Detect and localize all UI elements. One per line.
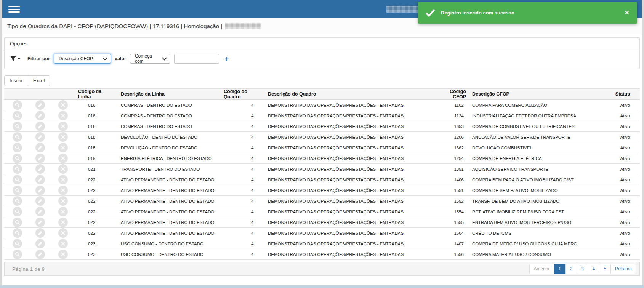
page-button-5[interactable]: 5 (599, 264, 611, 274)
view-row-button[interactable] (13, 122, 22, 131)
view-row-button[interactable] (13, 250, 22, 259)
view-row-button[interactable] (13, 143, 22, 152)
page-button-3[interactable]: 3 (577, 264, 588, 274)
status-cell: Ativo (588, 196, 640, 206)
edit-row-button[interactable] (35, 111, 45, 120)
view-row-button[interactable] (13, 207, 22, 216)
edit-row-button[interactable] (35, 250, 45, 259)
table-row: 023 USO CONSUMO - DENTRO DO ESTADO 4 DEM… (4, 249, 640, 260)
descricao-quadro-cell: DEMONSTRATIVO DAS OPERAÇÕES/PRESTAÇÕES -… (265, 110, 439, 121)
close-icon (61, 113, 66, 118)
delete-row-button[interactable] (58, 250, 68, 259)
view-row-button[interactable] (13, 175, 22, 184)
pencil-icon (37, 209, 43, 214)
pencil-icon (37, 145, 43, 150)
delete-row-button[interactable] (58, 154, 68, 163)
col-status: Status (588, 89, 640, 100)
codigo-cfop-cell: 1556 (439, 249, 469, 260)
filter-operator-select[interactable]: Começa com (130, 54, 170, 64)
edit-row-button[interactable] (35, 218, 45, 227)
delete-row-button[interactable] (58, 186, 68, 195)
view-row-button[interactable] (13, 228, 22, 238)
page-button-4[interactable]: 4 (588, 264, 600, 274)
descricao-quadro-cell: DEMONSTRATIVO DAS OPERAÇÕES/PRESTAÇÕES -… (265, 217, 439, 228)
descricao-linha-cell: TRANSPORTE - DENTRO DO ESTADO (118, 164, 221, 174)
view-row-button[interactable] (13, 186, 22, 195)
next-page-button[interactable]: Próxima (610, 264, 636, 274)
previous-page-button[interactable]: Anterior (529, 264, 554, 274)
descricao-cfop-cell: ENTRADA BEM ATIVO IMOB TERCEIROS P/USO (469, 217, 588, 228)
actions-header (4, 89, 27, 100)
edit-row-button[interactable] (35, 100, 45, 110)
delete-row-button[interactable] (58, 239, 68, 248)
toast-close-icon[interactable]: ✕ (625, 10, 630, 16)
descricao-cfop-cell: DEVOLUÇÃO COMBUSTIVEL (469, 142, 588, 153)
filter-value-input[interactable] (174, 54, 219, 64)
view-row-button[interactable] (13, 239, 22, 248)
magnifier-icon (14, 241, 21, 247)
close-icon (61, 156, 66, 161)
view-row-button[interactable] (13, 132, 22, 142)
view-row-button[interactable] (13, 218, 22, 227)
view-row-button[interactable] (13, 100, 22, 110)
close-icon (61, 230, 66, 235)
table-row: 022 ATIVO PERMANENTE - DENTRO DO ESTADO … (4, 217, 640, 228)
edit-row-button[interactable] (35, 132, 45, 142)
edit-row-button[interactable] (35, 228, 45, 238)
magnifier-icon (14, 187, 21, 194)
codigo-cfop-cell: 1653 (439, 121, 469, 132)
close-icon (61, 102, 66, 107)
delete-row-button[interactable] (58, 111, 68, 120)
delete-row-button[interactable] (58, 175, 68, 184)
delete-row-button[interactable] (58, 164, 68, 174)
descricao-linha-cell: USO CONSUMO - DENTRO DO ESTADO (118, 238, 221, 249)
delete-row-button[interactable] (58, 196, 68, 206)
edit-row-button[interactable] (35, 164, 45, 174)
table-row: 016 COMPRAS - DENTRO DO ESTADO 4 DEMONST… (4, 110, 640, 121)
page-button-1[interactable]: 1 (554, 264, 566, 274)
delete-row-button[interactable] (58, 218, 68, 227)
descricao-linha-cell: ATIVO PERMANENTE - DENTRO DO ESTADO (118, 217, 221, 228)
magnifier-icon (14, 209, 21, 215)
filter-funnel-button[interactable] (10, 56, 21, 62)
redacted-username (386, 6, 418, 13)
descricao-cfop-cell: TRANSF. DE BEM DO ATIVO IMOBILIZADO (469, 196, 588, 206)
edit-row-button[interactable] (35, 207, 45, 216)
view-row-button[interactable] (13, 196, 22, 206)
edit-row-button[interactable] (35, 186, 45, 195)
close-icon (61, 145, 66, 150)
edit-row-button[interactable] (35, 196, 45, 206)
codigo-linha-cell: 022 (75, 185, 118, 196)
codigo-linha-cell: 019 (75, 153, 118, 164)
page-button-2[interactable]: 2 (565, 264, 577, 274)
insert-button[interactable]: Inserir (4, 75, 28, 86)
delete-row-button[interactable] (58, 100, 68, 110)
descricao-quadro-cell: DEMONSTRATIVO DAS OPERAÇÕES/PRESTAÇÕES -… (265, 121, 439, 132)
pencil-icon (37, 123, 43, 129)
edit-row-button[interactable] (35, 143, 45, 152)
delete-row-button[interactable] (58, 143, 68, 152)
view-row-button[interactable] (13, 154, 22, 163)
options-panel-title: Opções (5, 38, 639, 50)
add-filter-button[interactable]: + (224, 55, 229, 63)
codigo-quadro-cell: 4 (221, 249, 265, 260)
edit-row-button[interactable] (35, 122, 45, 131)
delete-row-button[interactable] (58, 207, 68, 216)
excel-export-button[interactable]: Excel (28, 75, 50, 86)
view-row-button[interactable] (13, 111, 22, 120)
descricao-quadro-cell: DEMONSTRATIVO DAS OPERAÇÕES/PRESTAÇÕES -… (265, 196, 439, 206)
delete-row-button[interactable] (58, 122, 68, 131)
delete-row-button[interactable] (58, 132, 68, 142)
table-row: 016 COMPRAS - DENTRO DO ESTADO 4 DEMONST… (4, 100, 640, 110)
view-row-button[interactable] (13, 164, 22, 174)
edit-row-button[interactable] (35, 175, 45, 184)
delete-row-button[interactable] (58, 228, 68, 238)
col-codigo-quadro: Código do Quadro (221, 89, 265, 100)
edit-row-button[interactable] (35, 154, 45, 163)
codigo-quadro-cell: 4 (221, 185, 265, 196)
hamburger-menu-icon[interactable] (8, 5, 20, 14)
cfop-table: Código da Linha Descrição da Linha Códig… (4, 88, 640, 260)
filter-field-select[interactable]: Descrição CFOP (54, 54, 111, 64)
magnifier-icon (14, 134, 21, 140)
edit-row-button[interactable] (35, 239, 45, 248)
